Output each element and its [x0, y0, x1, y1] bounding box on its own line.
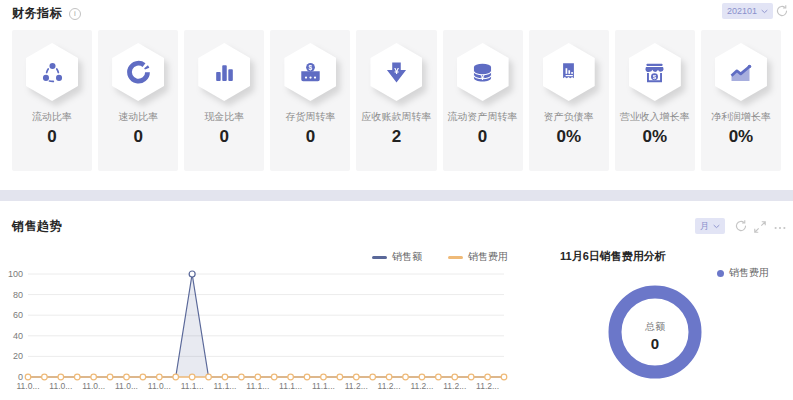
metric-card-revenue-growth: $ 营业收入增长率 0% [615, 30, 695, 171]
hex-badge: ¥ [457, 43, 509, 101]
store-icon: $ [641, 59, 668, 86]
metric-label: 速动比率 [98, 110, 178, 124]
metric-value: 0% [529, 127, 609, 147]
svg-text:100: 100 [8, 269, 23, 279]
hex-badge: ¥ [370, 43, 422, 101]
svg-text:60: 60 [13, 310, 23, 320]
refresh-icon[interactable] [775, 4, 789, 18]
metric-label: 流动比率 [12, 110, 92, 124]
more-icon[interactable] [773, 221, 787, 235]
legend-dot-icon [717, 270, 724, 277]
trend-legend: 销售额 销售费用 [372, 250, 508, 264]
metric-card-quick-ratio: 速动比率 0 [98, 30, 178, 171]
metric-label: 资产负债率 [529, 110, 609, 124]
legend-item-sales[interactable]: 销售额 [372, 250, 422, 264]
legend-label-sales: 销售额 [392, 250, 422, 264]
svg-text:11.0...: 11.0... [49, 381, 72, 391]
metric-value: 2 [356, 127, 436, 147]
legend-swatch-expense [448, 256, 463, 259]
svg-text:$: $ [653, 73, 657, 80]
loop-icon [125, 59, 152, 86]
svg-text:11.2...: 11.2... [410, 381, 433, 391]
metric-card-inventory-turnover: $ 存货周转率 0 [270, 30, 350, 171]
svg-text:11.1...: 11.1... [312, 381, 335, 391]
hex-badge [198, 43, 250, 101]
receipt-icon [555, 59, 582, 86]
metric-label: 净利润增长率 [701, 110, 781, 124]
svg-text:40: 40 [13, 331, 23, 341]
metric-cards-row: 流动比率 0 速动比率 0 现金比率 0 $ 存货周转率 0 [12, 30, 781, 171]
period-select-value: 202101 [727, 6, 757, 16]
legend-label-expense: 销售费用 [468, 250, 508, 264]
legend-item-expense[interactable]: 销售费用 [448, 250, 508, 264]
svg-text:11.1...: 11.1... [246, 381, 269, 391]
expense-donut-chart[interactable] [600, 277, 710, 387]
metric-label: 存货周转率 [270, 110, 350, 124]
donut-legend-label: 销售费用 [729, 266, 769, 280]
hex-badge [543, 43, 595, 101]
expand-icon[interactable] [753, 220, 767, 234]
legend-swatch-sales [372, 256, 387, 259]
donut-legend-item[interactable]: 销售费用 [717, 266, 769, 280]
hex-badge: $ [629, 43, 681, 101]
metric-value: 0 [98, 127, 178, 147]
cashbox-icon: $ [297, 59, 324, 86]
svg-text:11.1...: 11.1... [213, 381, 236, 391]
metric-value: 0% [615, 127, 695, 147]
svg-text:11.0...: 11.0... [148, 381, 171, 391]
metric-value: 0 [443, 127, 523, 147]
metric-card-receivable-turnover: ¥ 应收账款周转率 2 [356, 30, 436, 171]
metric-card-current-asset-turnover: ¥ 流动资产周转率 0 [443, 30, 523, 171]
sales-section-title: 销售趋势 [12, 218, 62, 235]
metric-card-cash-ratio: 现金比率 0 [184, 30, 264, 171]
metric-value: 0% [701, 127, 781, 147]
donut-title: 11月6日销售费用分析 [560, 249, 666, 264]
period-select[interactable]: 202101 [722, 3, 773, 19]
metric-card-current-ratio: 流动比率 0 [12, 30, 92, 171]
svg-text:20: 20 [13, 351, 23, 361]
svg-text:11.2...: 11.2... [378, 381, 401, 391]
metric-value: 0 [270, 127, 350, 147]
metric-label: 应收账款周转率 [356, 110, 436, 124]
svg-text:11.0...: 11.0... [115, 381, 138, 391]
metric-value: 0 [12, 127, 92, 147]
metric-label: 营业收入增长率 [615, 110, 695, 124]
hex-badge [26, 43, 78, 101]
svg-text:11.2...: 11.2... [345, 381, 368, 391]
svg-text:11.1...: 11.1... [279, 381, 302, 391]
granularity-select-value: 月 [700, 220, 709, 233]
svg-text:11.0...: 11.0... [82, 381, 105, 391]
metric-label: 流动资产周转率 [443, 110, 523, 124]
svg-text:11.2...: 11.2... [476, 381, 499, 391]
svg-text:11.0...: 11.0... [17, 381, 40, 391]
svg-text:11.2...: 11.2... [443, 381, 466, 391]
sales-trend-chart[interactable]: 02040608010011.0...11.0...11.0...11.0...… [8, 264, 513, 396]
info-icon[interactable]: i [69, 8, 81, 20]
chevron-down-icon [761, 9, 768, 14]
metric-value: 0 [184, 127, 264, 147]
hex-badge: $ [284, 43, 336, 101]
svg-text:80: 80 [13, 290, 23, 300]
svg-text:$: $ [308, 63, 312, 71]
granularity-select[interactable]: 月 [695, 218, 725, 234]
hex-badge [715, 43, 767, 101]
share-icon [39, 59, 66, 86]
finance-section-title: 财务指标 [12, 5, 62, 22]
metric-label: 现金比率 [184, 110, 264, 124]
refresh-icon[interactable] [734, 219, 748, 233]
svg-text:11.1...: 11.1... [181, 381, 204, 391]
coins-yuan-icon: ¥ [469, 59, 496, 86]
trend-up-icon [727, 59, 754, 86]
svg-text:¥: ¥ [394, 66, 399, 76]
arrow-down-yuan-icon: ¥ [383, 59, 410, 86]
metric-card-debt-ratio: 资产负债率 0% [529, 30, 609, 171]
chevron-down-icon [713, 224, 720, 229]
metric-card-profit-growth: 净利润增长率 0% [701, 30, 781, 171]
section-divider [0, 190, 793, 201]
bar-chart-icon [211, 59, 238, 86]
dashboard-page: 财务指标 i 202101 流动比率 0 速动比率 0 现金比率 [0, 0, 793, 400]
hex-badge [112, 43, 164, 101]
finance-section-header: 财务指标 i [12, 5, 81, 22]
